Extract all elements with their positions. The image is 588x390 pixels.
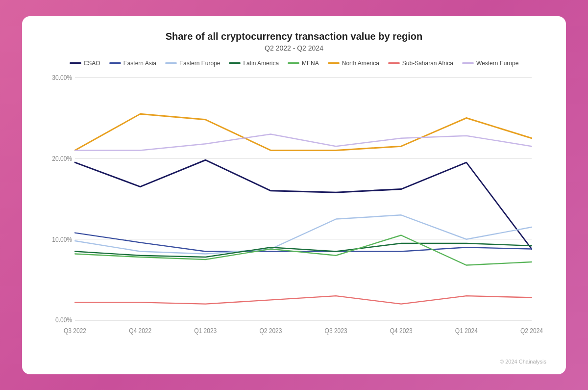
svg-text:10.00%: 10.00% — [52, 235, 72, 243]
legend-item: MENA — [288, 60, 319, 67]
svg-text:Q2 2024: Q2 2024 — [520, 327, 543, 335]
svg-text:Q1 2024: Q1 2024 — [455, 327, 478, 335]
svg-text:Q2 2023: Q2 2023 — [259, 327, 282, 335]
legend-item: Eastern Europe — [165, 60, 220, 67]
chart-card: Share of all cryptocurrency transaction … — [22, 16, 566, 374]
chart-subtitle: Q2 2022 - Q2 2024 — [42, 44, 546, 52]
svg-text:Q3 2022: Q3 2022 — [64, 327, 86, 335]
legend-item: Latin America — [229, 60, 279, 67]
footer: © 2024 Chainalysis — [42, 359, 546, 364]
svg-text:Q3 2023: Q3 2023 — [325, 327, 347, 335]
svg-text:Q1 2023: Q1 2023 — [194, 327, 217, 335]
chart-title: Share of all cryptocurrency transaction … — [42, 31, 546, 42]
legend-item: Eastern Asia — [109, 60, 156, 67]
legend-item: North America — [328, 60, 379, 67]
chart-area: 0.00%10.00%20.00%30.00%Q3 2022Q4 2022Q1 … — [42, 72, 546, 356]
legend-item: Sub-Saharan Africa — [388, 60, 453, 67]
svg-text:Q4 2023: Q4 2023 — [390, 327, 413, 335]
legend-item: CSAO — [70, 60, 100, 67]
svg-text:30.00%: 30.00% — [52, 73, 72, 81]
svg-text:Q4 2022: Q4 2022 — [129, 327, 151, 335]
svg-text:20.00%: 20.00% — [52, 154, 72, 162]
svg-text:0.00%: 0.00% — [55, 316, 72, 324]
legend: CSAOEastern AsiaEastern EuropeLatin Amer… — [42, 60, 546, 67]
legend-item: Western Europe — [462, 60, 519, 67]
